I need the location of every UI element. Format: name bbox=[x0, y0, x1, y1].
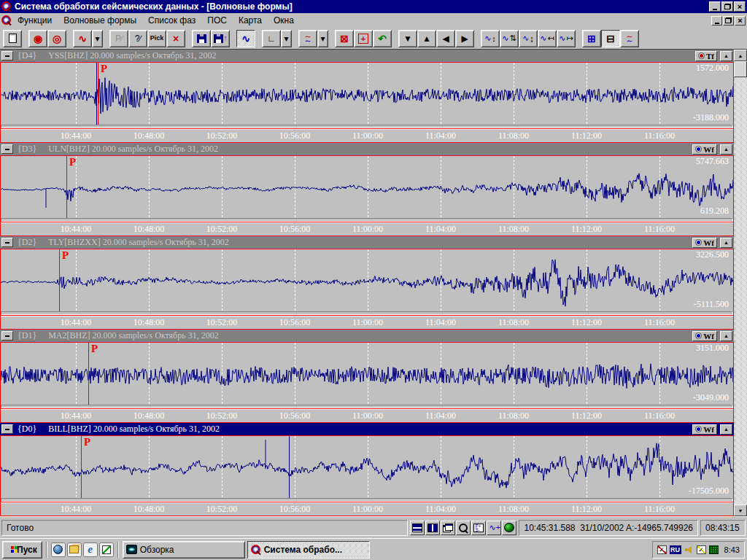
window-restore-button[interactable] bbox=[721, 1, 733, 12]
locate-event-button[interactable]: ◉ bbox=[28, 30, 47, 47]
quick-launch-desktop-channels[interactable] bbox=[51, 542, 66, 557]
save-button[interactable] bbox=[192, 30, 211, 47]
draw-phases-button[interactable]: ∿ bbox=[236, 30, 255, 47]
menu-item-3[interactable]: ПОС bbox=[201, 14, 233, 27]
pick-p-button[interactable]: P∕ bbox=[109, 30, 128, 47]
expand-all-traces-button[interactable]: ⊞ bbox=[582, 30, 601, 47]
cascade-windows-button[interactable] bbox=[441, 521, 455, 535]
window-close-button[interactable]: × bbox=[734, 1, 746, 12]
panel-header[interactable]: {D1}MA2[BHZ] 20.000 samples/s Октябрь 31… bbox=[0, 330, 734, 342]
amplitude-fit-button[interactable]: ∿↕ bbox=[481, 30, 500, 47]
child-restore-button[interactable] bbox=[723, 16, 734, 26]
insert-waveform-button[interactable] bbox=[487, 521, 501, 535]
menu-item-2[interactable]: Список фаз bbox=[142, 14, 201, 27]
phase-list-button[interactable] bbox=[471, 521, 486, 535]
map-globe-button[interactable] bbox=[502, 521, 516, 535]
p-pick-label: P bbox=[62, 249, 69, 262]
panel-minimize-button[interactable] bbox=[1, 51, 13, 61]
waveform-trace bbox=[1, 249, 733, 315]
quick-launch-notes[interactable] bbox=[99, 542, 114, 557]
amplitude-max: 3151.000 bbox=[696, 343, 729, 354]
quick-launch-internet-explorer[interactable]: e bbox=[83, 542, 98, 557]
filter-button[interactable]: ∼∼ bbox=[298, 30, 317, 47]
delete-pick-button[interactable]: × bbox=[166, 30, 185, 47]
waveform-area[interactable]: P5747.663619.208 bbox=[1, 156, 733, 222]
scrollbar-track[interactable] bbox=[734, 77, 747, 505]
relocate-event-button[interactable]: ◎ bbox=[47, 30, 66, 47]
waveform-area[interactable]: P-17505.000 bbox=[1, 436, 733, 502]
event-properties-button[interactable] bbox=[3, 30, 22, 47]
panel-scroll-up-button[interactable]: ▲ bbox=[720, 144, 732, 155]
task-button-1[interactable]: Система обрабо... bbox=[247, 541, 370, 559]
spectrogram-dropdown[interactable]: ▾ bbox=[92, 30, 103, 47]
amplitude-increase-button[interactable]: ∿⇅ bbox=[500, 30, 519, 47]
panel-minimize-button[interactable] bbox=[1, 238, 13, 247]
waveform-area[interactable]: P3226.500-5111.500 bbox=[1, 249, 733, 315]
panel-header[interactable]: {D2}TLY[BHZXX] 20.000 samples/s Октябрь … bbox=[0, 236, 734, 249]
panel-scroll-up-button[interactable]: ▲ bbox=[720, 331, 732, 341]
child-close-button[interactable]: × bbox=[735, 16, 746, 26]
pick-button[interactable]: Pick bbox=[147, 30, 166, 47]
waveform-panel-yss-bhz-: {D4}YSS[BHZ] 20.000 samples/s Октябрь 31… bbox=[0, 50, 734, 143]
menu-item-4[interactable]: Карта bbox=[233, 14, 268, 27]
panel-scroll-up-button[interactable]: ▲ bbox=[720, 238, 732, 248]
scrollbar-down-button[interactable]: ▼ bbox=[734, 505, 747, 516]
panel-minimize-button[interactable] bbox=[1, 424, 13, 434]
pick-unknown-button[interactable]: ?∕ bbox=[128, 30, 147, 47]
scrollbar-up-button[interactable]: ▲ bbox=[734, 50, 747, 61]
scroll-left-button[interactable]: ◀ bbox=[436, 30, 455, 47]
task-button-0[interactable]: Обзорка bbox=[123, 541, 245, 559]
tile-horizontal-button[interactable] bbox=[410, 521, 425, 535]
zoom-waveform-button[interactable] bbox=[456, 521, 471, 535]
panel-mode-button[interactable]: Wf bbox=[692, 238, 717, 248]
panel-header[interactable]: {D3}ULN[BHZ] 20.000 samples/s Октябрь 31… bbox=[0, 143, 734, 155]
panel-mode-button[interactable]: Wf bbox=[692, 424, 717, 435]
panel-body: P1572.000-3188.00010:44:0010:48:0010:52:… bbox=[0, 62, 734, 143]
undo-button[interactable]: ↶ bbox=[373, 30, 392, 47]
time-expand-button[interactable]: ∿↦ bbox=[557, 30, 576, 47]
panel-scroll-up-button[interactable]: ▲ bbox=[720, 51, 732, 61]
time-tick: 11:04:00 bbox=[425, 131, 456, 141]
panel-header[interactable]: {D4}YSS[BHZ] 20.000 samples/s Октябрь 31… bbox=[0, 50, 734, 62]
panel-scroll-up-button[interactable]: ▲ bbox=[720, 424, 732, 435]
vertical-scrollbar[interactable]: ▲ ▼ bbox=[734, 50, 747, 516]
tray-lang-icon[interactable]: RU bbox=[670, 545, 681, 554]
filter-dropdown[interactable]: ▾ bbox=[317, 30, 328, 47]
time-compress-button[interactable]: ∿↤ bbox=[538, 30, 557, 47]
zoom-region-dropdown[interactable]: ▾ bbox=[281, 30, 292, 47]
window-minimize-button[interactable] bbox=[709, 1, 721, 12]
waveform-area[interactable]: P3151.000-3049.000 bbox=[1, 343, 733, 408]
waveform-area[interactable]: P1572.000-3188.000 bbox=[1, 63, 733, 128]
child-minimize-button[interactable] bbox=[711, 16, 722, 26]
arrow-icon: ↑ bbox=[224, 35, 228, 42]
menu-item-1[interactable]: Волновые формы bbox=[58, 14, 142, 27]
spectrogram-button[interactable]: ∿ bbox=[73, 30, 92, 47]
start-button[interactable]: Пуск bbox=[2, 541, 42, 559]
scroll-right-button[interactable]: ▶ bbox=[455, 30, 474, 47]
quick-launch-sync-folders[interactable] bbox=[67, 542, 82, 557]
delete-trace-button[interactable]: ⊠ bbox=[335, 30, 354, 47]
menu-item-0[interactable]: Функции bbox=[12, 14, 58, 27]
panel-body: P3151.000-3049.00010:44:0010:48:0010:52:… bbox=[0, 342, 734, 423]
menu-item-5[interactable]: Окна bbox=[268, 14, 300, 27]
tray-pen-check-icon[interactable] bbox=[697, 545, 706, 554]
scroll-down-button[interactable]: ▼ bbox=[398, 30, 417, 47]
save-as-button[interactable]: ↑ bbox=[211, 30, 230, 47]
tray-grid-icon[interactable] bbox=[709, 545, 719, 554]
panel-header[interactable]: {D0}BILL[BHZ] 20.000 samples/s Октябрь 3… bbox=[0, 423, 734, 435]
amplitude-decrease-button[interactable]: ∿↨ bbox=[519, 30, 538, 47]
scrollbar-thumb[interactable] bbox=[734, 61, 747, 77]
scroll-up-button[interactable]: ▲ bbox=[417, 30, 436, 47]
panel-mode-button[interactable]: Wf bbox=[692, 331, 717, 341]
tray-volume-icon[interactable] bbox=[684, 545, 694, 554]
tray-mail-check-icon[interactable] bbox=[657, 545, 667, 554]
fit-all-traces-button[interactable]: ⊟ bbox=[601, 30, 620, 47]
panel-minimize-button[interactable] bbox=[1, 331, 13, 341]
panel-minimize-button[interactable] bbox=[1, 144, 13, 154]
expand-view-button[interactable]: + bbox=[354, 30, 373, 47]
tile-vertical-button[interactable] bbox=[425, 521, 440, 535]
panel-mode-button[interactable]: Tf bbox=[695, 51, 717, 61]
zoom-region-button[interactable]: ∟ bbox=[262, 30, 281, 47]
panel-mode-button[interactable]: Wf bbox=[692, 144, 717, 155]
overlay-traces-button[interactable]: ∼∼ bbox=[620, 30, 639, 47]
